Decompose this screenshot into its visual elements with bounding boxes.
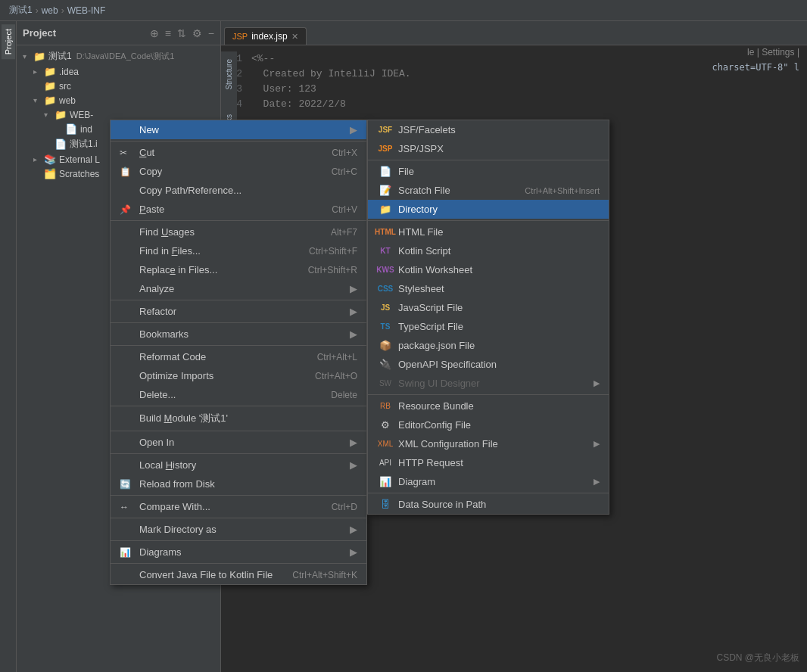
- ctx-item-replace-in-files[interactable]: Replace in Files... Ctrl+Shift+R: [111, 260, 366, 279]
- submenu-ts[interactable]: TS TypeScript File: [368, 317, 609, 336]
- submenu-html[interactable]: HTML HTML File: [368, 222, 609, 241]
- editorconfig-icon: ⚙: [377, 419, 394, 431]
- line-number: 4: [221, 97, 251, 112]
- submenu-openapi[interactable]: 🔌 OpenAPI Specification: [368, 355, 609, 374]
- ctx-item-convert-kotlin[interactable]: Convert Java File to Kotlin File Ctrl+Al…: [111, 565, 366, 584]
- folder-icon: 📁: [44, 66, 56, 77]
- line-number: 2: [221, 67, 251, 82]
- submenu-jsf[interactable]: JSF JSF/Facelets: [368, 120, 609, 139]
- ctx-item-build[interactable]: Build Module '测试1': [111, 408, 366, 429]
- header-icons: ⊕ ≡ ⇅ ⚙ −: [150, 27, 214, 39]
- submenu-datasource[interactable]: 🗄 Data Source in Path: [368, 495, 609, 514]
- ctx-compare-label: Compare With...: [139, 501, 316, 512]
- ctx-sep: [111, 322, 366, 323]
- submenu-directory-label: Directory: [398, 204, 600, 215]
- ctx-sep: [111, 431, 366, 431]
- ctx-item-cut[interactable]: ✂ Cut Ctrl+X: [111, 143, 366, 162]
- submenu-swing-label: Swing UI Designer: [398, 378, 594, 389]
- ctx-item-bookmarks[interactable]: Bookmarks ▶: [111, 325, 366, 344]
- submenu-js[interactable]: JS JavaScript File: [368, 298, 609, 317]
- submenu-http[interactable]: API HTTP Request: [368, 453, 609, 472]
- ctx-build-label: Build Module '测试1': [139, 412, 357, 425]
- minimize-icon[interactable]: −: [208, 27, 214, 39]
- ctx-convert-kotlin-shortcut: Ctrl+Alt+Shift+K: [292, 570, 357, 580]
- ctx-item-open-in[interactable]: Open In ▶: [111, 433, 366, 452]
- tree-item-web[interactable]: ▾ 📁 web: [17, 93, 220, 107]
- ctx-item-find-in-files[interactable]: Find in Files... Ctrl+Shift+F: [111, 241, 366, 260]
- ctx-item-compare[interactable]: ↔ Compare With... Ctrl+D: [111, 497, 366, 516]
- tree-label: WEB-: [70, 110, 93, 120]
- file-icon: 📄: [55, 138, 67, 150]
- ctx-item-refactor[interactable]: Refactor ▶: [111, 302, 366, 321]
- submenu-diagram-label: Diagram: [398, 476, 594, 487]
- submenu-resource[interactable]: RB Resource Bundle: [368, 397, 609, 415]
- ctx-item-delete[interactable]: Delete... Delete: [111, 385, 366, 404]
- tree-item-root[interactable]: ▾ 📁 测试1 D:\Java\IDEA_Code\测试1: [17, 48, 220, 64]
- compact-icon[interactable]: ≡: [165, 27, 171, 39]
- scratches-icon: 🗂️: [44, 168, 56, 179]
- lib-icon: 📚: [44, 154, 56, 165]
- ctx-analyze-arrow: ▶: [350, 283, 357, 294]
- tree-arrow: ▾: [23, 52, 33, 61]
- ctx-local-history-arrow: ▶: [350, 459, 357, 471]
- ctx-optimize-shortcut: Ctrl+Alt+O: [315, 371, 357, 381]
- ctx-item-reload[interactable]: 🔄 Reload from Disk: [111, 474, 366, 493]
- file-icon: 📄: [65, 123, 77, 135]
- submenu-jsp[interactable]: JSP JSP/JSPX: [368, 139, 609, 158]
- submenu-diagram[interactable]: 📊 Diagram ▶: [368, 472, 609, 491]
- tree-label: External L: [59, 154, 100, 165]
- ctx-item-copy-path[interactable]: Copy Path/Reference...: [111, 181, 366, 200]
- ctx-local-history-label: Local History: [139, 459, 347, 471]
- submenu-swing: SW Swing UI Designer ▶: [368, 374, 609, 393]
- ctx-find-in-files-label: Find in Files...: [139, 245, 294, 257]
- new-submenu: JSF JSF/Facelets JSP JSP/JSPX 📄 File 📝 S…: [367, 120, 609, 515]
- submenu-swing-arrow: ▶: [594, 378, 600, 388]
- ctx-item-reformat[interactable]: Reformat Code Ctrl+Alt+L: [111, 347, 366, 366]
- html-icon: HTML: [377, 228, 394, 236]
- tab-index-jsp[interactable]: JSP index.jsp ✕: [224, 27, 307, 45]
- submenu-kotlin-script[interactable]: KT Kotlin Script: [368, 241, 609, 260]
- settings-icon[interactable]: ⚙: [192, 27, 202, 39]
- submenu-css[interactable]: CSS Stylesheet: [368, 279, 609, 298]
- submenu-editorconfig[interactable]: ⚙ EditorConfig File: [368, 415, 609, 434]
- ctx-item-local-history[interactable]: Local History ▶: [111, 456, 366, 474]
- code-text: Created by IntelliJ IDEA.: [251, 67, 411, 82]
- ctx-item-new[interactable]: New ▶: [111, 120, 366, 139]
- ctx-paste-label: Paste: [139, 204, 316, 215]
- editor-breadcrumb: le | Settings |: [747, 47, 799, 58]
- ctx-item-diagrams[interactable]: 📊 Diagrams ▶: [111, 543, 366, 562]
- submenu-directory[interactable]: 📁 Directory: [368, 200, 609, 219]
- submenu-file[interactable]: 📄 File: [368, 162, 609, 181]
- submenu-file-label: File: [398, 166, 600, 177]
- sort-icon[interactable]: ⇅: [177, 27, 186, 39]
- tree-item-src[interactable]: 📁 src: [17, 79, 220, 93]
- ctx-item-copy[interactable]: 📋 Copy Ctrl+C: [111, 162, 366, 181]
- breadcrumb-item-2[interactable]: web: [42, 5, 58, 16]
- tab-close-icon[interactable]: ✕: [291, 32, 298, 42]
- breadcrumb-item-3[interactable]: WEB-INF: [67, 5, 106, 16]
- breadcrumb-item-1[interactable]: 测试1: [9, 4, 33, 17]
- ctx-item-analyze[interactable]: Analyze ▶: [111, 279, 366, 298]
- ctx-analyze-label: Analyze: [139, 283, 347, 294]
- ctx-diagrams-arrow: ▶: [350, 546, 357, 558]
- submenu-kotlin-worksheet[interactable]: KWS Kotlin Worksheet: [368, 260, 609, 279]
- tree-item-idea[interactable]: ▸ 📁 .idea: [17, 64, 220, 79]
- vtab-project[interactable]: Project: [2, 24, 15, 59]
- ctx-item-paste[interactable]: 📌 Paste Ctrl+V: [111, 200, 366, 219]
- submenu-pkg-json[interactable]: 📦 package.json File: [368, 336, 609, 355]
- ctx-item-optimize[interactable]: Optimize Imports Ctrl+Alt+O: [111, 366, 366, 385]
- code-line-4: 4 Date: 2022/2/8: [221, 97, 807, 112]
- submenu-ts-label: TypeScript File: [398, 321, 600, 332]
- submenu-xml[interactable]: XML XML Configuration File ▶: [368, 434, 609, 453]
- locate-icon[interactable]: ⊕: [150, 27, 159, 39]
- reload-icon: 🔄: [120, 479, 135, 490]
- ctx-item-find-usages[interactable]: Find Usages Alt+F7: [111, 222, 366, 241]
- ctx-new-arrow: ▶: [350, 124, 357, 135]
- submenu-sep: [368, 493, 609, 493]
- ctx-sep: [111, 406, 366, 406]
- submenu-scratch[interactable]: 📝 Scratch File Ctrl+Alt+Shift+Insert: [368, 181, 609, 200]
- line-number: 3: [221, 82, 251, 97]
- swing-icon: SW: [377, 379, 394, 387]
- ctx-cut-shortcut: Ctrl+X: [332, 148, 357, 158]
- ctx-item-mark-dir[interactable]: Mark Directory as ▶: [111, 520, 366, 539]
